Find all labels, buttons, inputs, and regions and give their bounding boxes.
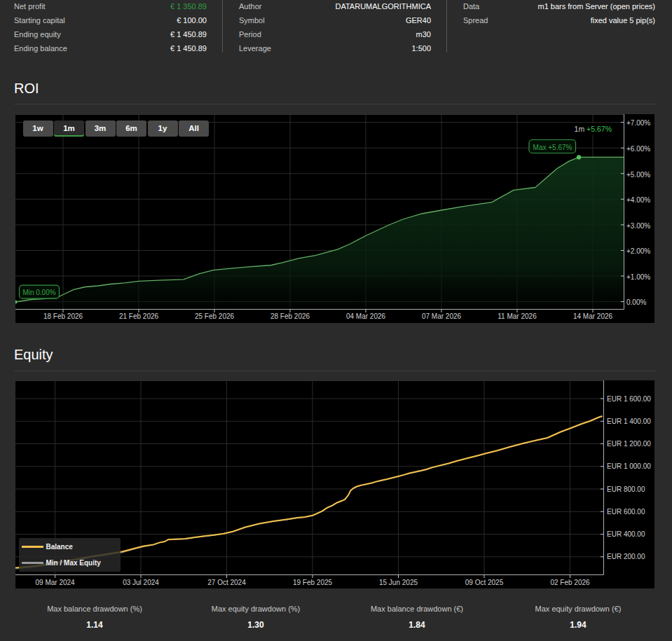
svg-text:+3.00%: +3.00% — [626, 222, 650, 230]
svg-text:07 Mar 2026: 07 Mar 2026 — [422, 312, 462, 320]
svg-text:+2.00%: +2.00% — [626, 247, 650, 255]
svg-text:15 Jun 2025: 15 Jun 2025 — [379, 579, 418, 586]
svg-text:EUR 1 000.00: EUR 1 000.00 — [607, 462, 651, 470]
svg-text:11 Mar 2026: 11 Mar 2026 — [498, 312, 537, 320]
svg-text:EUR 1 200.00: EUR 1 200.00 — [607, 440, 651, 448]
svg-text:27 Oct 2024: 27 Oct 2024 — [207, 579, 246, 586]
svg-text:03 Jul 2024: 03 Jul 2024 — [123, 579, 159, 586]
svg-text:09 Mar 2024: 09 Mar 2024 — [36, 579, 76, 586]
svg-text:EUR 1 400.00: EUR 1 400.00 — [607, 418, 651, 425]
svg-text:EUR 200.00: EUR 200.00 — [607, 553, 645, 560]
svg-text:Max +5.67%: Max +5.67% — [533, 144, 572, 151]
svg-text:+1.00%: +1.00% — [626, 273, 650, 281]
svg-text:+6.00%: +6.00% — [626, 145, 650, 153]
svg-text:19 Feb 2025: 19 Feb 2025 — [293, 579, 333, 586]
svg-text:EUR 400.00: EUR 400.00 — [607, 530, 645, 538]
svg-text:21 Feb 2026: 21 Feb 2026 — [119, 312, 159, 320]
svg-text:0.00%: 0.00% — [626, 298, 646, 306]
svg-text:+4.00%: +4.00% — [626, 196, 650, 204]
svg-text:1m +5.67%: 1m +5.67% — [575, 125, 612, 133]
svg-text:+7.00%: +7.00% — [626, 119, 650, 127]
svg-text:18 Feb 2026: 18 Feb 2026 — [43, 312, 83, 320]
svg-text:09 Oct 2025: 09 Oct 2025 — [465, 579, 504, 586]
svg-text:+5.00%: +5.00% — [626, 171, 650, 179]
svg-text:EUR 600.00: EUR 600.00 — [607, 508, 645, 516]
svg-text:EUR 800.00: EUR 800.00 — [607, 485, 645, 493]
svg-text:EUR 1 600.00: EUR 1 600.00 — [607, 395, 651, 403]
svg-text:04 Mar 2026: 04 Mar 2026 — [346, 312, 386, 320]
svg-text:14 Mar 2026: 14 Mar 2026 — [573, 312, 613, 320]
svg-text:02 Feb 2026: 02 Feb 2026 — [550, 579, 590, 586]
svg-text:28 Feb 2026: 28 Feb 2026 — [270, 312, 310, 320]
svg-text:Min 0.00%: Min 0.00% — [22, 289, 55, 296]
svg-text:25 Feb 2026: 25 Feb 2026 — [195, 312, 235, 320]
